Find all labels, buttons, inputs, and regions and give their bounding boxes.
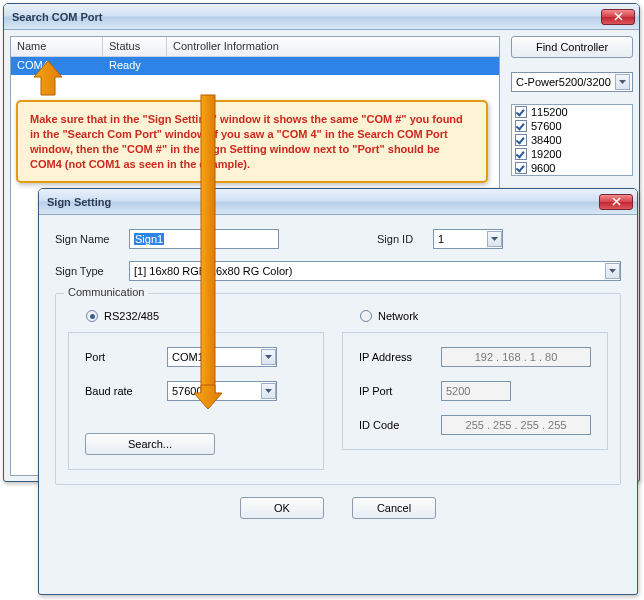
cancel-button[interactable]: Cancel [352,497,436,519]
checkbox-icon[interactable] [515,106,527,118]
radio-icon [86,310,98,322]
id-code-input[interactable]: 255 . 255 . 255 . 255 [441,415,591,435]
group-legend: Communication [64,286,148,298]
chevron-down-icon [261,349,276,365]
network-radio[interactable]: Network [360,310,608,322]
sign-type-label: Sign Type [55,265,121,277]
port-select[interactable]: COM1 [167,347,277,367]
checkbox-icon[interactable] [515,120,527,132]
find-controller-button[interactable]: Find Controller [511,36,633,58]
close-button[interactable] [601,9,635,25]
list-item[interactable]: 9600 [512,161,632,175]
window-title: Sign Setting [47,196,599,208]
cell-name: COM4 [11,57,103,75]
col-name[interactable]: Name [11,37,103,56]
id-code-label: ID Code [359,419,429,431]
list-item[interactable]: 115200 [512,105,632,119]
baud-label: Baud rate [85,385,155,397]
network-panel: IP Address 192 . 168 . 1 . 80 IP Port 52… [342,332,608,450]
window-title: Search COM Port [12,11,601,23]
radio-icon [360,310,372,322]
ip-address-input[interactable]: 192 . 168 . 1 . 80 [441,347,591,367]
checkbox-icon[interactable] [515,148,527,160]
baud-rate-list[interactable]: 115200 57600 38400 19200 9600 [511,104,633,176]
checkbox-icon[interactable] [515,162,527,174]
annotation-callout: Make sure that in the "Sign Setting" win… [16,100,488,183]
rs232-radio[interactable]: RS232/485 [86,310,324,322]
ok-button[interactable]: OK [240,497,324,519]
chevron-down-icon [261,383,276,399]
list-item[interactable]: 19200 [512,147,632,161]
sign-id-label: Sign ID [377,233,425,245]
list-item[interactable]: 38400 [512,133,632,147]
table-row[interactable]: COM4 Ready [11,57,499,75]
sign-name-input[interactable]: Sign1 [129,229,279,249]
titlebar[interactable]: Search COM Port [4,4,639,30]
serial-panel: Port COM1 Baud rate 57600 Search... [68,332,324,470]
titlebar[interactable]: Sign Setting [39,189,637,215]
checkbox-icon[interactable] [515,134,527,146]
sign-setting-window: Sign Setting Sign Name Sign1 Sign ID 1 S… [38,188,638,595]
chevron-down-icon [615,74,630,90]
col-status[interactable]: Status [103,37,167,56]
table-header: Name Status Controller Information [11,37,499,57]
search-button[interactable]: Search... [85,433,215,455]
sign-name-label: Sign Name [55,233,121,245]
cell-info [167,57,499,75]
list-item[interactable]: 57600 [512,119,632,133]
communication-group: Communication RS232/485 Port COM1 Baud r… [55,293,621,485]
baud-select[interactable]: 57600 [167,381,277,401]
port-label: Port [85,351,155,363]
sign-id-select[interactable]: 1 [433,229,503,249]
sign-type-select[interactable]: [1] 16x80 RGB(16x80 RG Color) [129,261,621,281]
chevron-down-icon [487,231,502,247]
cell-status: Ready [103,57,167,75]
combo-value: C-Power5200/3200 [516,76,615,88]
col-info[interactable]: Controller Information [167,37,499,56]
ip-address-label: IP Address [359,351,429,363]
close-icon [612,196,621,208]
controller-type-combo[interactable]: C-Power5200/3200 [511,72,633,92]
ip-port-label: IP Port [359,385,429,397]
close-icon [614,11,623,23]
chevron-down-icon [605,263,620,279]
close-button[interactable] [599,194,633,210]
ip-port-input[interactable]: 5200 [441,381,511,401]
